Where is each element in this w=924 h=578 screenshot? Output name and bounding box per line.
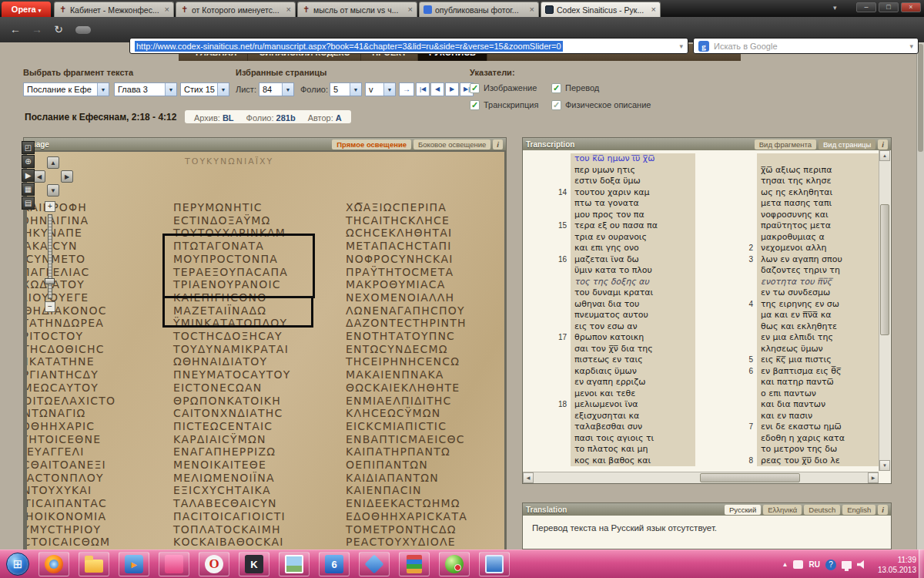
zoom-icon[interactable]: ⊕ <box>22 155 35 168</box>
help-icon[interactable] <box>825 560 836 570</box>
transcription-line[interactable]: δαζοντες τηριν τη <box>757 265 882 277</box>
transcription-row[interactable]: μου προς τον πα <box>549 210 695 221</box>
index-checkbox[interactable]: Транскрипция <box>470 96 548 113</box>
taskbar-app-button[interactable] <box>159 552 189 576</box>
pager-button[interactable]: |◀ <box>416 82 430 96</box>
transcription-row[interactable]: τος της δοξης αυ <box>549 277 695 288</box>
transcription-row[interactable]: εδοθη η χαρις κατα <box>735 433 882 445</box>
transcription-line[interactable]: ωθηναι δια του <box>571 299 695 311</box>
start-button[interactable] <box>6 553 29 576</box>
transcription-row[interactable]: μακροθυμιας α <box>735 232 882 244</box>
fullscreen-icon[interactable]: ◰ <box>22 141 35 154</box>
transcription-line[interactable]: εν βαπτισμα εις θ̅ς̅ <box>757 366 882 378</box>
tab-close-icon[interactable] <box>165 5 169 14</box>
transcription-line[interactable]: ως ης εκληθηται <box>757 187 882 199</box>
taskbar-app-button[interactable]: K <box>239 552 270 576</box>
transcription-row[interactable]: και εν πασιν <box>735 411 882 422</box>
pan-up-icon[interactable] <box>47 156 59 169</box>
back-button[interactable]: ← <box>6 21 25 38</box>
browser-tab[interactable]: Codex Sinaiticus - Рук... <box>541 2 661 17</box>
transcription-row[interactable]: εν αγαπη ερριζω <box>549 377 695 388</box>
transcription-row[interactable]: εις τον εσω αν <box>549 321 695 333</box>
zoom-out-button[interactable]: − <box>45 301 55 312</box>
transcription-row[interactable]: και δια παντων <box>735 399 882 411</box>
transcription-line[interactable]: ενι δε εκαστω ημω̅ <box>757 422 882 433</box>
chevron-down-icon[interactable] <box>97 83 109 96</box>
scrollbar-thumb[interactable] <box>880 204 889 335</box>
transcription-line[interactable]: τος της δοξης αυ <box>571 277 695 288</box>
nomina-sacra-header[interactable]: του κ̅ω̅ ημων ι̅υ̅ χ̅ω̅ <box>571 153 695 165</box>
transcription-row[interactable]: εστιν δοξα ϋμω <box>549 176 695 187</box>
chevron-down-icon[interactable] <box>217 83 229 96</box>
transcription-row[interactable]: 3 λων εν αγαπη σπου <box>735 254 882 266</box>
transcription-line[interactable]: ο επι παντων <box>757 388 882 400</box>
transcription-line[interactable]: ταλαβεσθαι συν <box>571 422 695 433</box>
transcription-row[interactable]: πνευματος αυτου <box>549 310 695 321</box>
horizontal-scrollbar[interactable] <box>523 472 879 483</box>
fragment-view-button[interactable]: Вид фрагмента <box>755 139 816 150</box>
taskbar-app-button[interactable] <box>38 552 69 576</box>
transcription-line[interactable]: μακροθυμιας α <box>757 232 882 244</box>
go-page-button[interactable]: → <box>399 82 414 96</box>
tray-app-icon[interactable] <box>793 560 803 569</box>
scrollbar-thumb[interactable] <box>918 44 923 152</box>
transcription-row[interactable]: και πατηρ παντω̅ <box>735 377 882 388</box>
search-engine-chevron-icon[interactable] <box>909 42 913 50</box>
index-checkbox[interactable]: Перевод <box>551 79 651 96</box>
tab-close-icon[interactable] <box>408 5 413 14</box>
transcription-line[interactable]: λων εν αγαπη σπου <box>757 254 882 266</box>
taskbar-app-button[interactable]: 6 <box>319 552 350 576</box>
transcription-row[interactable]: 6 εν βαπτισμα εις θ̅ς̅ <box>735 366 882 378</box>
transcription-line[interactable]: εξισχυσηται κα <box>571 411 695 422</box>
network-icon[interactable] <box>842 561 852 569</box>
chevron-down-icon[interactable] <box>383 83 395 96</box>
transcription-row[interactable]: μενοι και τεθε <box>549 388 695 400</box>
scroll-right-icon[interactable] <box>868 472 879 483</box>
page-scrollbar[interactable] <box>916 42 924 549</box>
pager-button[interactable]: ▶ <box>445 82 459 96</box>
search-field[interactable]: g Искать в Google <box>693 38 919 54</box>
transcription-row[interactable]: μετα πασης ταπι <box>735 198 882 210</box>
pan-left-icon[interactable] <box>33 170 45 183</box>
taskbar-app-button[interactable] <box>399 552 430 576</box>
index-checkbox[interactable]: Физическое описание <box>551 96 651 113</box>
taskbar-app-button[interactable] <box>119 552 149 576</box>
minimize-button[interactable]: – <box>856 2 876 12</box>
scroll-up-icon[interactable] <box>879 150 890 161</box>
transcription-line[interactable]: πραϋτητος μετα <box>757 220 882 232</box>
transcription-row[interactable]: 16 μαζεται ϊνα δω <box>549 254 695 266</box>
transcription-row[interactable]: τησαι της κλησε <box>735 176 882 187</box>
transcription-row[interactable]: ωθηναι δια του <box>549 299 695 311</box>
pan-down-icon[interactable] <box>47 184 59 197</box>
transcription-row[interactable]: το πλατος και μη <box>549 444 695 455</box>
manuscript-image[interactable]: ΤΟΥΚΥΝΩΝΙΑΪΧΥ ΟΥΚΑΙΠΡΟΦΗΡΕΘΗΝΑΙΓΙΝΑΟΝΗΚΥ… <box>27 152 504 550</box>
reload-button[interactable]: ↻ <box>49 21 68 38</box>
transcription-row[interactable]: 5 εις κ̅ς̅ μια πιστις <box>735 355 882 366</box>
transcription-row[interactable]: εν τω συνδεσμω <box>735 287 882 299</box>
direct-light-button[interactable]: Прямое освещение <box>332 139 411 150</box>
transcription-line[interactable]: ϋμιν κατα το πλου <box>571 265 695 277</box>
tray-chevron-icon[interactable] <box>782 561 788 568</box>
transcription-line[interactable]: μαζεται ϊνα δω <box>571 254 695 266</box>
transcription-row[interactable]: κλησεως ϋμων <box>735 344 882 355</box>
taskbar-clock[interactable]: 11:39 13.05.2013 <box>878 555 916 575</box>
taskbar-app-button[interactable] <box>79 552 109 576</box>
transcription-row[interactable]: χ̅ω̅ αξιως περιπα <box>735 165 882 176</box>
transcription-line[interactable]: κος και βαθος και <box>571 455 695 467</box>
list-select[interactable]: 84 <box>259 82 294 96</box>
index-checkbox[interactable]: Изображение <box>470 79 548 96</box>
vertical-scrollbar[interactable] <box>879 150 890 471</box>
scrollbar-thumb[interactable] <box>700 473 800 482</box>
transcription-row[interactable]: 17 θρωπον κατοικη <box>549 332 695 344</box>
transcription-line[interactable]: ενοτητα του π̅ν̅ς̅ <box>757 277 882 288</box>
chapter-select[interactable]: Глава 3 <box>114 82 177 96</box>
language-button[interactable]: English <box>842 505 875 515</box>
transcription-line[interactable]: περ υμων ητις <box>571 165 695 176</box>
transcription-row[interactable]: ϋμιν κατα το πλου <box>549 265 695 277</box>
transcription-line[interactable]: μελιωμενοι ϊνα <box>571 399 695 411</box>
transcription-line[interactable]: τησαι της κλησε <box>757 176 882 187</box>
show-desktop-button[interactable] <box>919 549 924 578</box>
browser-tab[interactable]: опубликованы фотог... <box>419 2 539 17</box>
volume-icon[interactable] <box>857 560 866 570</box>
transcription-row[interactable]: πτω τα γονατα <box>549 198 695 210</box>
